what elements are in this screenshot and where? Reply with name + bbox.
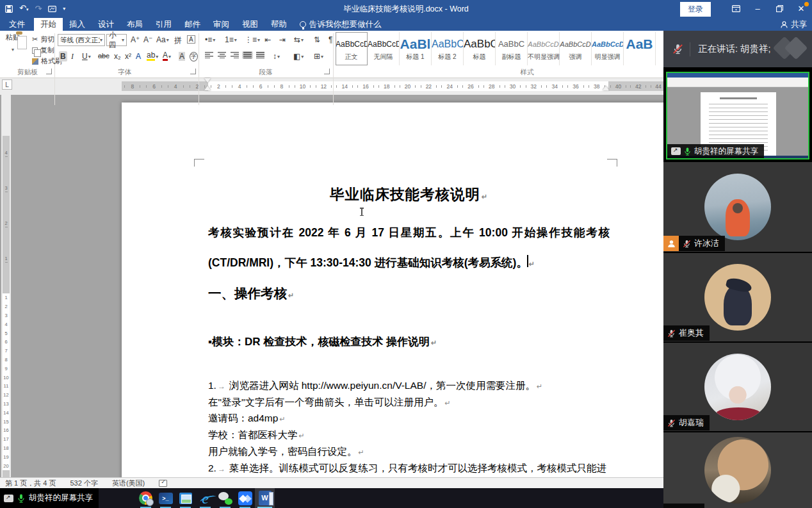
- shrink-font-button[interactable]: A⁻: [142, 35, 154, 45]
- style-标题 2[interactable]: AaBbC标题 2: [432, 32, 464, 65]
- share-button[interactable]: 共享: [781, 18, 807, 31]
- bullets-button[interactable]: •≡▾: [204, 35, 216, 45]
- character-shading-button[interactable]: A: [177, 51, 186, 61]
- participant-avatar: [704, 437, 771, 504]
- tab-文件[interactable]: 文件: [0, 18, 34, 31]
- align-right-button[interactable]: [229, 51, 240, 59]
- speaking-indicator: 正在讲话: 胡贵祥;: [698, 43, 771, 55]
- style-partial[interactable]: AaB: [624, 32, 656, 65]
- screenshare-thumbnail[interactable]: 胡贵祥的屏幕共享: [666, 72, 809, 160]
- tab-帮助[interactable]: 帮助: [264, 18, 293, 31]
- character-border-button[interactable]: A: [186, 35, 197, 44]
- sign-in-button[interactable]: 登录: [680, 2, 711, 17]
- format-painter-button[interactable]: 格式刷: [32, 56, 62, 66]
- style-不明显强调[interactable]: AaBbCcD不明显强调: [528, 32, 560, 65]
- style-无间隔[interactable]: AaBbCcD无间隔: [368, 32, 400, 65]
- copy-button[interactable]: 复制: [32, 45, 54, 55]
- align-left-button[interactable]: [204, 51, 215, 59]
- font-color-button[interactable]: A▾: [161, 51, 172, 61]
- screenshare-label-chip: 胡贵祥的屏幕共享: [667, 144, 764, 158]
- grow-font-button[interactable]: A⁺: [129, 35, 141, 45]
- sort-button[interactable]: ⇅: [313, 35, 321, 45]
- tell-me-box[interactable]: 告诉我你想要做什么: [293, 18, 388, 31]
- phonetic-guide-button[interactable]: 拼: [173, 35, 183, 47]
- bold-button[interactable]: B: [59, 51, 67, 61]
- ruler-mark: 10: [3, 373, 10, 382]
- close-button[interactable]: ✕: [790, 0, 812, 18]
- hanging-indent-marker[interactable]: [204, 86, 211, 90]
- taskbar-icon-chrome[interactable]: [136, 488, 156, 508]
- participant-tile-崔奥其[interactable]: 崔奥其: [663, 253, 812, 341]
- taskbar-icon-word[interactable]: W: [255, 488, 275, 508]
- borders-button[interactable]: ⊞▾: [313, 51, 325, 61]
- change-case-button[interactable]: Aa▾: [155, 35, 170, 45]
- increase-indent-button[interactable]: ⇥: [278, 35, 287, 45]
- clipboard-dialog-launcher-icon[interactable]: [46, 69, 52, 74]
- participant-tile-许冰洁[interactable]: 许冰洁: [663, 162, 812, 252]
- font-dialog-launcher-icon[interactable]: [190, 69, 196, 74]
- style-副标题[interactable]: AaBbC副标题: [496, 32, 528, 65]
- multilevel-list-button[interactable]: ⋮≡▾: [243, 35, 261, 45]
- underline-button[interactable]: U▾: [81, 51, 92, 61]
- numbering-icon: 1≡: [225, 35, 234, 44]
- participant-tile-胡嘉瑞[interactable]: 胡嘉瑞: [663, 343, 812, 431]
- font-color-icon: A: [163, 52, 168, 61]
- style-标题 1[interactable]: AaBl标题 1: [400, 32, 432, 65]
- word-count[interactable]: 532 个字: [70, 479, 97, 488]
- tab-设计[interactable]: 设计: [92, 18, 120, 31]
- tab-引用[interactable]: 引用: [149, 18, 178, 31]
- paste-button[interactable]: 粘贴 ▾: [0, 33, 26, 66]
- numbering-button[interactable]: 1≡▾: [223, 35, 238, 45]
- justify-button[interactable]: [242, 51, 253, 59]
- style-正文[interactable]: AaBbCcD正文: [336, 32, 368, 65]
- right-indent-marker[interactable]: [603, 86, 609, 90]
- align-center-button[interactable]: [216, 51, 227, 59]
- taskbar-icon-tencent-meeting[interactable]: [235, 488, 255, 508]
- restore-button[interactable]: [768, 0, 790, 18]
- subscript-button[interactable]: x₂: [113, 51, 122, 61]
- doc-list: 1.→浏览器进入网站 http://www.peiyun.cn/V-LAB/，第…: [208, 378, 610, 477]
- paragraph-dialog-launcher-icon[interactable]: [324, 69, 330, 74]
- mic-muted-icon[interactable]: [672, 44, 683, 54]
- tab-视图[interactable]: 视图: [236, 18, 264, 31]
- taskbar-screenshare-label[interactable]: 胡贵祥的屏幕共享: [0, 488, 99, 508]
- document-page[interactable]: 毕业临床技能考核说明↵ 考核实验预计在 2022 年 6 月 17 日星期五。上…: [122, 102, 685, 477]
- tab-stop-selector[interactable]: L: [2, 79, 12, 90]
- line-spacing-button[interactable]: ↕▾: [272, 51, 281, 61]
- strikethrough-button[interactable]: abc: [97, 51, 111, 60]
- font-name-select[interactable]: 等线 (西文正文)▾: [58, 34, 105, 46]
- show-marks-button[interactable]: ¶: [327, 35, 334, 45]
- tab-邮件[interactable]: 邮件: [178, 18, 207, 31]
- enclose-characters-button[interactable]: 字: [188, 51, 199, 62]
- text-highlight-color-button[interactable]: ab▾: [145, 51, 159, 61]
- style-明显强调[interactable]: AaBbCcD明显强调: [592, 32, 624, 65]
- decrease-indent-button[interactable]: ⇤: [263, 35, 272, 45]
- style-强调[interactable]: AaBbCcD强调: [560, 32, 592, 65]
- shading-button[interactable]: ◧▾: [292, 51, 305, 61]
- asian-layout-button[interactable]: ⇆▾: [293, 35, 305, 45]
- page-indicator[interactable]: 第 1 页，共 4 页: [5, 479, 56, 488]
- ribbon-display-options-icon[interactable]: [725, 0, 747, 18]
- taskbar-icon-internet-explorer[interactable]: e: [195, 488, 215, 508]
- superscript-button[interactable]: x²: [124, 51, 133, 61]
- taskbar-icon-powershell[interactable]: >_: [156, 488, 175, 508]
- tab-插入[interactable]: 插入: [63, 18, 92, 31]
- font-size-select[interactable]: 小四▾: [106, 34, 127, 46]
- style-标题[interactable]: AaBbC标题: [464, 32, 496, 65]
- tab-开始[interactable]: 开始: [34, 18, 63, 31]
- participant-tile[interactable]: [663, 432, 812, 508]
- text-effects-button[interactable]: A: [134, 51, 142, 61]
- cut-button[interactable]: ✂剪切: [32, 35, 54, 44]
- minimize-button[interactable]: –: [747, 0, 768, 18]
- first-line-indent-marker[interactable]: [204, 78, 211, 83]
- language-indicator[interactable]: 英语(美国): [112, 479, 145, 488]
- proofing-icon[interactable]: [159, 480, 167, 487]
- taskbar-icon-photos[interactable]: [175, 488, 195, 508]
- distribute-button[interactable]: [255, 51, 266, 59]
- style-sample: AaBbCcD: [592, 36, 623, 53]
- tab-审阅[interactable]: 审阅: [207, 18, 236, 31]
- taskbar-icon-wechat[interactable]: [215, 488, 235, 508]
- tab-布局[interactable]: 布局: [120, 18, 149, 31]
- italic-button[interactable]: I: [70, 51, 75, 62]
- meeting-logo-icon: [772, 36, 812, 61]
